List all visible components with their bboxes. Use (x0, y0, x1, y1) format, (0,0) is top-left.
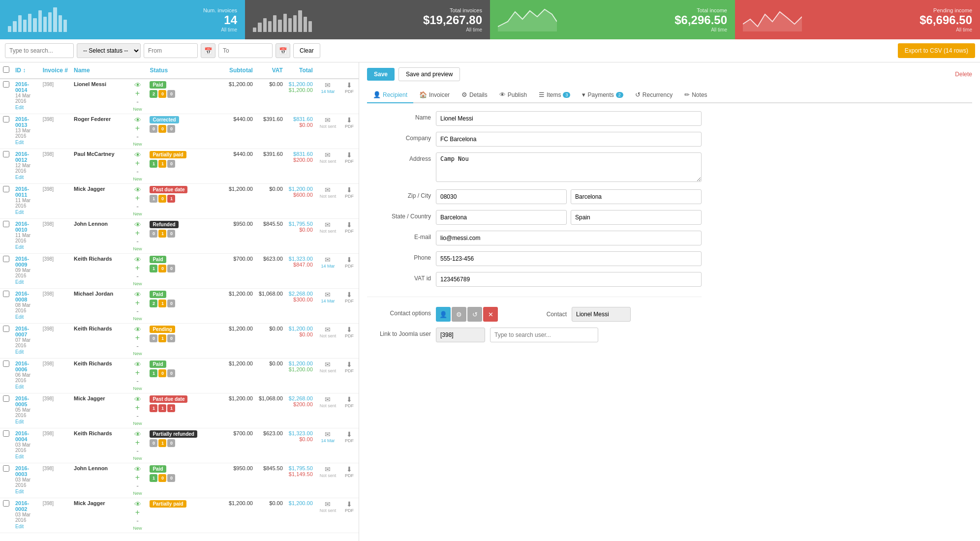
row-checkbox[interactable] (3, 81, 9, 88)
row-checkbox[interactable] (3, 186, 9, 192)
view-icon[interactable]: 👁 (134, 395, 141, 403)
view-icon[interactable]: 👁 (134, 430, 141, 438)
tab-details[interactable]: ⚙Details (456, 87, 493, 103)
view-icon[interactable]: 👁 (134, 500, 141, 508)
row-checkbox[interactable] (3, 395, 9, 402)
name-input[interactable] (436, 111, 702, 126)
minus-icon[interactable]: - (136, 342, 139, 350)
city-input[interactable] (571, 189, 702, 204)
plus-icon[interactable]: + (135, 508, 140, 516)
edit-link[interactable]: Edit (15, 524, 24, 529)
contact-btn-person[interactable]: 👤 (436, 307, 451, 322)
minus-icon[interactable]: - (136, 447, 139, 455)
from-calendar-button[interactable]: 📅 (201, 43, 215, 58)
view-icon[interactable]: 👁 (134, 291, 141, 299)
tab-recurrency[interactable]: ↺Recurrency (629, 87, 678, 103)
view-icon[interactable]: 👁 (134, 186, 141, 194)
export-csv-button[interactable]: Export to CSV (14 rows) (898, 43, 975, 58)
send-cell[interactable]: ✉Not sent (316, 463, 340, 498)
tab-invoicer[interactable]: 🏠Invoicer (413, 87, 456, 103)
minus-icon[interactable]: - (136, 238, 139, 245)
plus-icon[interactable]: + (135, 159, 140, 167)
download-icon[interactable]: ⬇ (343, 291, 356, 299)
country-input[interactable] (571, 210, 702, 225)
plus-icon[interactable]: + (135, 89, 140, 97)
row-checkbox[interactable] (3, 465, 9, 472)
id-column-header[interactable]: ID ↕ (12, 62, 40, 79)
download-icon[interactable]: ⬇ (343, 361, 356, 368)
edit-link[interactable]: Edit (15, 454, 24, 459)
send-cell[interactable]: ✉14 Mar (316, 289, 340, 324)
row-checkbox[interactable] (3, 291, 9, 297)
download-icon[interactable]: ⬇ (343, 186, 356, 194)
minus-icon[interactable]: - (136, 412, 139, 420)
company-input[interactable] (436, 132, 702, 147)
view-icon[interactable]: 👁 (134, 151, 141, 159)
row-checkbox[interactable] (3, 326, 9, 332)
edit-link[interactable]: Edit (15, 175, 24, 180)
download-icon[interactable]: ⬇ (343, 430, 356, 438)
search-input[interactable] (5, 43, 74, 58)
edit-link[interactable]: Edit (15, 140, 24, 145)
plus-icon[interactable]: + (135, 403, 140, 412)
minus-icon[interactable]: - (136, 168, 139, 176)
plus-icon[interactable]: + (135, 333, 140, 342)
send-cell[interactable]: ✉Not sent (316, 498, 340, 533)
plus-icon[interactable]: + (135, 438, 140, 447)
edit-link[interactable]: Edit (15, 105, 24, 110)
minus-icon[interactable]: - (136, 482, 139, 490)
minus-icon[interactable]: - (136, 307, 139, 315)
view-icon[interactable]: 👁 (134, 221, 141, 229)
from-date-input[interactable] (144, 43, 198, 58)
send-cell[interactable]: ✉14 Mar (316, 79, 340, 114)
send-cell[interactable]: ✉14 Mar (316, 254, 340, 289)
send-cell[interactable]: ✉Not sent (316, 393, 340, 428)
tab-publish[interactable]: 👁Publish (493, 87, 533, 103)
send-cell[interactable]: ✉14 Mar (316, 428, 340, 463)
view-icon[interactable]: 👁 (134, 116, 141, 124)
minus-icon[interactable]: - (136, 203, 139, 210)
download-icon[interactable]: ⬇ (343, 395, 356, 403)
download-icon[interactable]: ⬇ (343, 500, 356, 508)
row-checkbox[interactable] (3, 256, 9, 262)
save-button[interactable]: Save (367, 68, 395, 81)
download-icon[interactable]: ⬇ (343, 151, 356, 159)
contact-btn-settings[interactable]: ⚙ (452, 307, 466, 322)
phone-input[interactable] (436, 251, 702, 266)
edit-link[interactable]: Edit (15, 349, 24, 355)
minus-icon[interactable]: - (136, 272, 139, 280)
edit-link[interactable]: Edit (15, 210, 24, 215)
download-icon[interactable]: ⬇ (343, 81, 356, 89)
view-icon[interactable]: 👁 (134, 361, 141, 368)
row-checkbox[interactable] (3, 430, 9, 437)
edit-link[interactable]: Edit (15, 244, 24, 250)
plus-icon[interactable]: + (135, 124, 140, 132)
minus-icon[interactable]: - (136, 517, 139, 525)
clear-button[interactable]: Clear (293, 43, 320, 58)
edit-link[interactable]: Edit (15, 419, 24, 424)
edit-link[interactable]: Edit (15, 489, 24, 494)
contact-btn-refresh[interactable]: ↺ (467, 307, 482, 322)
state-input[interactable] (436, 210, 567, 225)
plus-icon[interactable]: + (135, 473, 140, 481)
address-textarea[interactable]: Camp Nou (436, 152, 702, 182)
row-checkbox[interactable] (3, 221, 9, 227)
download-icon[interactable]: ⬇ (343, 221, 356, 229)
status-select[interactable]: -- Select status -- (77, 43, 141, 58)
send-cell[interactable]: ✉Not sent (316, 149, 340, 184)
plus-icon[interactable]: + (135, 368, 140, 377)
send-cell[interactable]: ✉Not sent (316, 219, 340, 254)
select-all-checkbox-header[interactable] (0, 62, 12, 79)
edit-link[interactable]: Edit (15, 279, 24, 285)
edit-link[interactable]: Edit (15, 314, 24, 320)
row-checkbox[interactable] (3, 151, 9, 157)
minus-icon[interactable]: - (136, 377, 139, 385)
view-icon[interactable]: 👁 (134, 326, 141, 333)
to-calendar-button[interactable]: 📅 (276, 43, 290, 58)
to-date-input[interactable] (218, 43, 273, 58)
send-cell[interactable]: ✉Not sent (316, 114, 340, 149)
row-checkbox[interactable] (3, 361, 9, 367)
contact-value-input[interactable] (572, 307, 631, 322)
minus-icon[interactable]: - (136, 98, 139, 106)
plus-icon[interactable]: + (135, 229, 140, 237)
